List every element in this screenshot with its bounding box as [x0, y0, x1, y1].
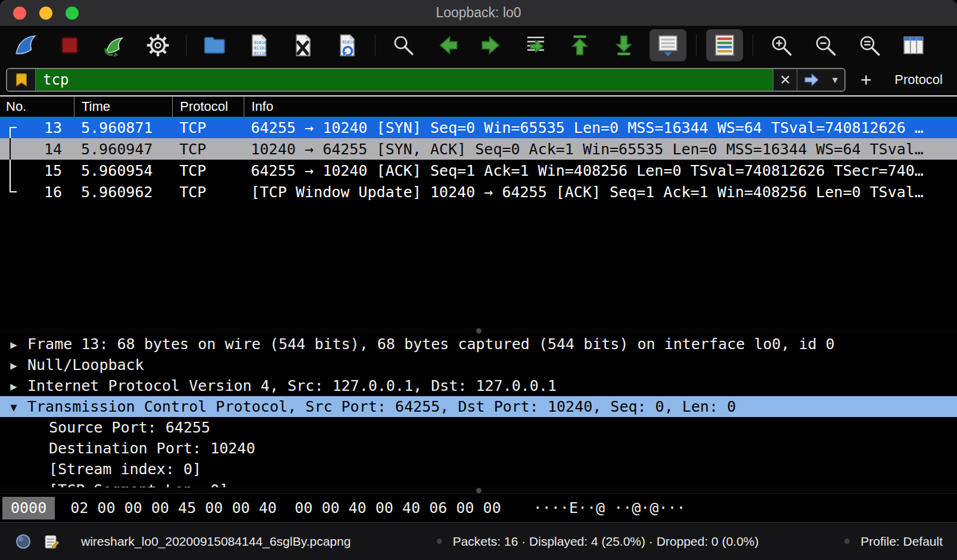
detail-row-tcp[interactable]: ▼ Transmission Control Protocol, Src Por…: [0, 396, 957, 417]
detail-text: Transmission Control Protocol, Src Port:…: [27, 398, 736, 415]
packet-info: 64255 → 10240 [ACK] Seq=1 Ack=1 Win=4082…: [244, 162, 957, 179]
arrow-left-icon: [435, 33, 460, 58]
expert-info-button[interactable]: [14, 533, 32, 550]
expand-arrow-icon[interactable]: ▶: [0, 338, 27, 351]
detail-text: Frame 13: 68 bytes on wire (544 bits), 6…: [27, 335, 835, 353]
profile-selector[interactable]: Profile: Default: [860, 534, 943, 549]
filter-protocol-button[interactable]: Protocol: [886, 70, 951, 90]
detail-row-segment-len[interactable]: [TCP Segment Len: 0]: [0, 480, 957, 487]
reload-document-icon: 01010: [334, 33, 359, 58]
capture-filename: wireshark_lo0_20200915084144_6sglBy.pcap…: [81, 534, 351, 549]
packet-list-pane: No. Time Protocol Info 13 5.960871 TCP 6…: [0, 95, 957, 328]
go-to-packet-button[interactable]: [517, 29, 554, 61]
pane-splitter[interactable]: [0, 487, 957, 493]
hex-bytes[interactable]: 02 00 00 00 45 00 00 40 00 00 40 00 40 0…: [70, 499, 501, 517]
detail-row-source-port[interactable]: Source Port: 64255: [0, 417, 957, 438]
detail-row-stream-index[interactable]: [Stream index: 0]: [0, 459, 957, 480]
packet-no: 15: [24, 162, 74, 179]
filter-bookmark-button[interactable]: [7, 69, 36, 91]
titlebar: Loopback: lo0: [0, 0, 957, 26]
auto-scroll-button[interactable]: [650, 29, 686, 61]
packet-info: [TCP Window Update] 10240 → 64255 [ACK] …: [244, 183, 957, 201]
close-file-button[interactable]: [284, 29, 321, 61]
packet-info: 64255 → 10240 [SYN] Seq=0 Win=65535 Len=…: [244, 119, 957, 136]
goto-packet-icon: [523, 33, 548, 58]
statusbar-separator-dot: [437, 539, 442, 544]
filter-bar: tcp ✕ ▾ + Protocol: [0, 64, 957, 95]
zoom-in-icon: [769, 33, 794, 58]
filter-clear-button[interactable]: ✕: [773, 69, 797, 91]
capture-file-properties-button[interactable]: [43, 533, 61, 550]
zoom-out-icon: [813, 33, 838, 58]
display-filter-input[interactable]: tcp: [36, 69, 773, 91]
zoom-reset-icon: [857, 33, 882, 58]
column-header-time[interactable]: Time: [74, 97, 172, 117]
svg-text:01010: 01010: [342, 40, 355, 45]
zoom-reset-button[interactable]: [851, 29, 888, 61]
minimize-window-button[interactable]: [39, 7, 52, 20]
colorize-packets-button[interactable]: [706, 29, 743, 61]
hex-offset-label: 0000: [2, 497, 55, 519]
resize-columns-button[interactable]: [895, 29, 932, 61]
hex-ascii[interactable]: ····E··@ ··@·@···: [533, 499, 686, 517]
packet-time: 5.960962: [74, 183, 172, 201]
svg-text:01101: 01101: [254, 46, 266, 51]
reload-file-button[interactable]: 01010: [328, 29, 365, 61]
packet-time: 5.960947: [74, 141, 172, 158]
column-header-no[interactable]: No.: [0, 97, 74, 117]
go-back-button[interactable]: [429, 29, 466, 61]
zoom-window-button[interactable]: [66, 7, 79, 20]
column-header-protocol[interactable]: Protocol: [172, 97, 244, 117]
packet-row[interactable]: 13 5.960871 TCP 64255 → 10240 [SYN] Seq=…: [0, 117, 957, 138]
capture-options-button[interactable]: [139, 29, 176, 61]
filter-apply-button[interactable]: [797, 69, 825, 91]
svg-text:01010: 01010: [254, 41, 266, 45]
expand-arrow-icon[interactable]: ▶: [0, 379, 27, 393]
detail-text: Null/Loopback: [27, 356, 144, 374]
packet-no: 13: [24, 119, 74, 136]
packet-statistics: Packets: 16 · Displayed: 4 (25.0%) · Dro…: [453, 534, 759, 549]
restart-capture-button[interactable]: [95, 29, 132, 61]
save-file-button[interactable]: 010100110101110: [240, 29, 277, 61]
expand-arrow-icon[interactable]: ▶: [0, 359, 27, 372]
detail-row-frame[interactable]: ▶ Frame 13: 68 bytes on wire (544 bits),…: [0, 334, 957, 354]
bookmark-icon: [14, 72, 29, 88]
gear-icon: [145, 33, 170, 58]
packet-row[interactable]: 14 5.960947 TCP 10240 → 64255 [SYN, ACK]…: [0, 138, 957, 160]
folder-icon: [202, 33, 227, 58]
detail-row-ipv4[interactable]: ▶ Internet Protocol Version 4, Src: 127.…: [0, 375, 957, 396]
detail-row-destination-port[interactable]: Destination Port: 10240: [0, 438, 957, 459]
filter-add-button[interactable]: +: [854, 69, 878, 91]
pane-splitter[interactable]: [0, 328, 957, 334]
toolbar-separator: [753, 34, 753, 57]
go-to-bottom-button[interactable]: [605, 29, 642, 61]
arrow-bottom-icon: [611, 33, 636, 58]
find-packet-button[interactable]: [385, 29, 422, 61]
packet-row[interactable]: 15 5.960954 TCP 64255 → 10240 [ACK] Seq=…: [0, 160, 957, 181]
packet-row[interactable]: 16 5.960962 TCP [TCP Window Update] 1024…: [0, 181, 957, 203]
packet-time: 5.960954: [74, 162, 172, 179]
zoom-out-button[interactable]: [807, 29, 844, 61]
zoom-in-button[interactable]: [763, 29, 800, 61]
go-forward-button[interactable]: [473, 29, 510, 61]
collapse-arrow-icon[interactable]: ▼: [0, 400, 27, 413]
traffic-lights: [13, 7, 79, 20]
conversation-bracket: [0, 117, 24, 138]
open-file-button[interactable]: [196, 29, 233, 61]
go-to-top-button[interactable]: [561, 29, 598, 61]
packet-no: 16: [24, 183, 74, 201]
apply-arrow-icon: [803, 71, 821, 88]
detail-row-null-loopback[interactable]: ▶ Null/Loopback: [0, 354, 957, 375]
column-header-info[interactable]: Info: [244, 97, 957, 117]
close-window-button[interactable]: [13, 7, 26, 20]
wireshark-window: Loopback: lo0 010100110101110 01010: [0, 0, 957, 560]
display-filter-field: tcp ✕ ▾: [6, 68, 846, 92]
start-capture-button[interactable]: [7, 29, 44, 61]
stop-square-icon: [57, 33, 82, 58]
statusbar-separator-dot: [844, 539, 850, 544]
stop-capture-button[interactable]: [51, 29, 88, 61]
filter-dropdown-button[interactable]: ▾: [825, 69, 844, 91]
resize-columns-icon: [901, 33, 926, 58]
hex-dump-pane[interactable]: 0000 02 00 00 00 45 00 00 40 00 00 40 00…: [0, 493, 957, 522]
packet-no: 14: [24, 141, 74, 158]
